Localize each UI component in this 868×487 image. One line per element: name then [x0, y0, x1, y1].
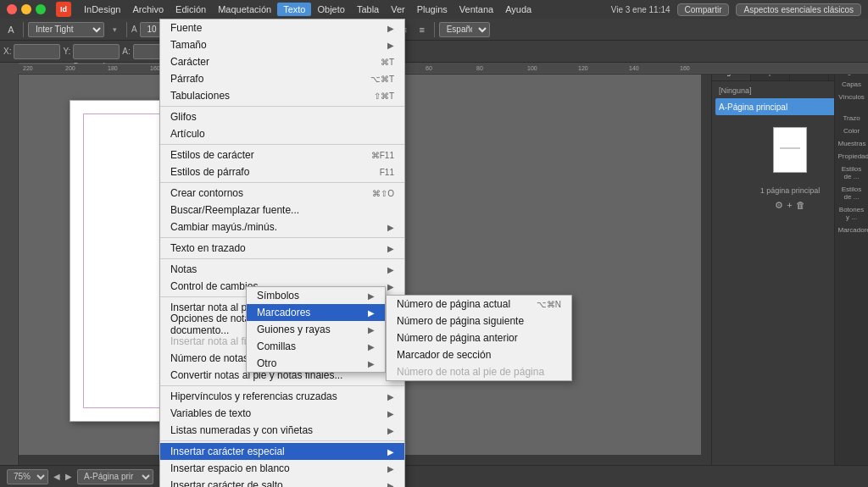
menu-texto[interactable]: Texto — [277, 3, 311, 16]
sep-g — [160, 385, 404, 386]
menu-caracter[interactable]: Carácter ⌘T — [160, 53, 404, 70]
menu-tabulaciones[interactable]: Tabulaciones ⇧⌘T — [160, 87, 404, 104]
page-select[interactable]: A-Página prir — [77, 469, 153, 484]
y-input[interactable]: 0 mm — [73, 44, 120, 59]
nav-prev[interactable]: ◀ — [53, 472, 60, 481]
menu-cambiar-mayus[interactable]: Cambiar mayús./minús. ▶ — [160, 219, 404, 235]
x-input[interactable]: 0 mm — [14, 44, 60, 59]
sub-pagina-actual[interactable]: Número de página actual ⌥⌘N — [387, 296, 571, 313]
estilos-c-shortcut: ⌘F11 — [371, 151, 394, 160]
toolbar-2: X: 0 mm Y: 0 mm A: 0 mm Al: 0 mm Ignorar… — [0, 41, 868, 63]
font-size-label: A — [131, 25, 137, 34]
menu-estilos-caracter[interactable]: Estilos de carácter ⌘F11 — [160, 147, 404, 163]
menu-objeto[interactable]: Objeto — [311, 3, 350, 16]
mini-color[interactable]: Color — [837, 125, 867, 136]
menu-maquetacion[interactable]: Maquetación — [212, 3, 277, 16]
variables-arrow: ▶ — [387, 409, 394, 418]
trazado-arrow: ▶ — [387, 244, 394, 253]
tamano-arrow: ▶ — [387, 41, 394, 50]
menu-variables-texto[interactable]: Variables de texto ▶ — [160, 405, 404, 422]
sub-marcador-seccion[interactable]: Marcador de sección — [387, 346, 571, 363]
mini-estilos2[interactable]: Estilos de ... — [837, 184, 867, 202]
menu-tabla[interactable]: Tabla — [351, 3, 385, 16]
menu-ver[interactable]: Ver — [385, 3, 411, 16]
svg-text:80: 80 — [476, 65, 483, 71]
mayus-arrow: ▶ — [387, 223, 394, 232]
mini-botones[interactable]: Botones y ... — [837, 204, 867, 223]
font-family-select[interactable]: Inter TightInter Tight — [28, 22, 104, 37]
mini-marcadores[interactable]: Marcadores — [837, 224, 867, 235]
pagina-actual-shortcut: ⌥⌘N — [537, 300, 561, 309]
menu-estilos-parrafo[interactable]: Estilos de párrafo F11 — [160, 163, 404, 180]
estilos-p-shortcut: F11 — [380, 168, 394, 177]
menu-crear-contornos[interactable]: Crear contornos ⌘⇧O — [160, 185, 404, 202]
menu-ventana[interactable]: Ventana — [453, 3, 499, 16]
sub-otro[interactable]: Otro ▶ — [247, 355, 385, 372]
align-justify-icon[interactable]: ≡ — [415, 22, 430, 37]
mini-trazo[interactable]: Trazo — [837, 113, 867, 124]
ruler-vertical — [0, 63, 19, 465]
tool-select[interactable]: A — [3, 22, 19, 37]
toolbar-1: A Inter TightInter Tight ▾ A A RegularRe… — [0, 19, 868, 41]
menu-insertar-caracter[interactable]: Insertar carácter especial ▶ — [160, 443, 404, 460]
menu-buscar-reemplazar[interactable]: Buscar/Reemplazar fuente... — [160, 202, 404, 219]
mini-muestras[interactable]: Muestras — [837, 138, 867, 149]
svg-text:220: 220 — [23, 65, 33, 71]
menu-texto-trazado[interactable]: Texto en trazado ▶ — [160, 240, 404, 257]
submenu-caracter-especial[interactable]: Símbolos ▶ Marcadores ▶ Guiones y rayas … — [246, 286, 386, 373]
sub-guiones[interactable]: Guiones y rayas ▶ — [247, 321, 385, 338]
scroll-vertical[interactable] — [701, 75, 711, 455]
menu-plugins[interactable]: Plugins — [411, 3, 453, 16]
menu-listas[interactable]: Listas numeradas y con viñetas ▶ — [160, 422, 404, 439]
sub-simbolos[interactable]: Símbolos ▶ — [247, 287, 385, 304]
control-arrow: ▶ — [387, 282, 394, 291]
sub-num-nota-pie[interactable]: Número de nota al pie de página — [387, 363, 571, 380]
mini-vinculos[interactable]: Vínculos — [837, 91, 867, 102]
sub-pagina-anterior[interactable]: Número de página anterior — [387, 329, 571, 346]
svg-text:100: 100 — [527, 65, 537, 71]
close-button[interactable] — [7, 4, 17, 14]
mini-estilos1[interactable]: Estilos de ... — [837, 163, 867, 182]
mini-panel-icons: Páginas Capas Vínculos Trazo Color Muest… — [834, 63, 868, 465]
menu-insertar-salto[interactable]: Insertar carácter de salto ▶ — [160, 477, 404, 487]
menu-edicion[interactable]: Edición — [170, 3, 212, 16]
minimize-button[interactable] — [21, 4, 31, 14]
sub-pagina-siguiente[interactable]: Número de página siguiente — [387, 313, 571, 329]
menu-insertar-espacio[interactable]: Insertar espacio en blanco ▶ — [160, 460, 404, 477]
page-action-btn-2[interactable]: + — [787, 200, 792, 211]
salto-arrow: ▶ — [387, 481, 394, 488]
menu-notas[interactable]: Notas ▶ — [160, 261, 404, 278]
menu-archivo[interactable]: Archivo — [126, 3, 170, 16]
menu-articulo[interactable]: Artículo — [160, 125, 404, 142]
lang-select[interactable]: EspañolEspañol — [439, 22, 490, 37]
ruler-corner — [0, 63, 19, 75]
menu-tamano[interactable]: Tamaño ▶ — [160, 36, 404, 53]
page-action-btn-3[interactable]: 🗑 — [796, 200, 805, 211]
contornos-shortcut: ⌘⇧O — [372, 189, 394, 198]
share-button[interactable]: Compartir — [677, 3, 730, 16]
mini-propiedad[interactable]: Propiedad... — [837, 151, 867, 162]
texto-menu-dropdown[interactable]: Fuente ▶ Tamaño ▶ Carácter ⌘T Párrafo ⌥⌘… — [159, 19, 405, 487]
page-action-btn-1[interactable]: ⚙ — [775, 200, 783, 211]
aspects-button[interactable]: Aspectos esenciales clásicos — [736, 3, 861, 16]
sub-marcadores[interactable]: Marcadores ▶ — [247, 304, 385, 321]
menu-ayuda[interactable]: Ayuda — [499, 3, 537, 16]
maximize-button[interactable] — [36, 4, 46, 14]
guiones-arrow: ▶ — [368, 325, 375, 335]
menu-glifos[interactable]: Glifos — [160, 108, 404, 125]
menu-fuente[interactable]: Fuente ▶ — [160, 19, 404, 36]
menu-hipervinculos[interactable]: Hipervínculos y referencias cruzadas ▶ — [160, 388, 404, 405]
sep-b — [160, 144, 404, 145]
zoom-select[interactable]: 75% — [7, 469, 48, 484]
parrafo-shortcut: ⌥⌘T — [370, 75, 394, 84]
otro-arrow: ▶ — [368, 359, 375, 368]
menu-indesign[interactable]: InDesign — [78, 3, 126, 16]
submenu-marcadores[interactable]: Número de página actual ⌥⌘N Número de pá… — [386, 295, 572, 381]
status-bar: 75% ◀ ▶ A-Página prir | (Básico [usable]… — [0, 465, 868, 487]
sub-comillas[interactable]: Comillas ▶ — [247, 338, 385, 355]
w-label: A: — [122, 47, 130, 56]
menu-parrafo[interactable]: Párrafo ⌥⌘T — [160, 70, 404, 87]
mini-capas[interactable]: Capas — [837, 79, 867, 90]
fuente-arrow: ▶ — [387, 24, 394, 33]
nav-next[interactable]: ▶ — [65, 472, 72, 481]
